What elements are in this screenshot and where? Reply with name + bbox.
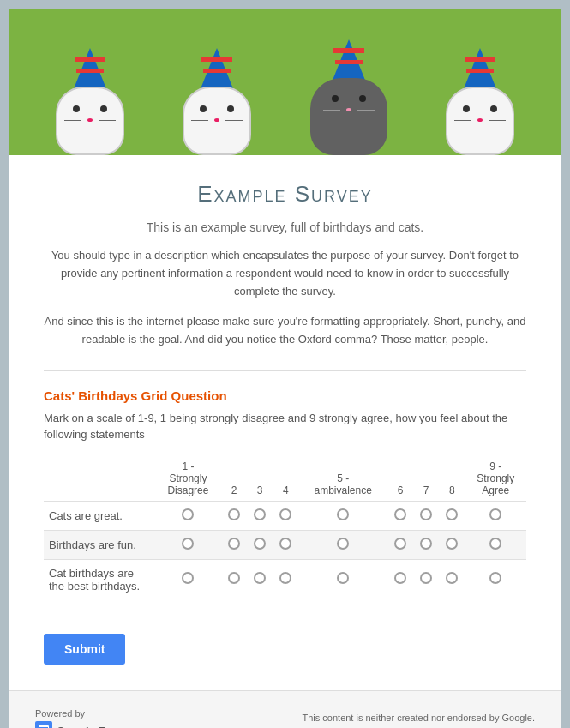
cat-eye-right-2 bbox=[227, 105, 234, 112]
cat-whisker-right-2 bbox=[225, 120, 243, 121]
radio-r1-c5[interactable] bbox=[394, 538, 406, 550]
radio-r2-c6[interactable] bbox=[420, 572, 432, 584]
radio-r1-c2[interactable] bbox=[254, 538, 266, 550]
radio-r2-c4[interactable] bbox=[337, 572, 349, 584]
column-header-7: 7 bbox=[413, 456, 439, 502]
cats-container bbox=[9, 9, 561, 155]
radio-cell-r2-c1[interactable] bbox=[221, 559, 247, 599]
radio-cell-r2-c5[interactable] bbox=[387, 559, 413, 599]
column-header-8: 8 bbox=[439, 456, 465, 502]
footer: Powered by Google Forms This content is … bbox=[9, 690, 561, 728]
radio-cell-r2-c0[interactable] bbox=[155, 559, 221, 599]
question-title: Cats' Birthdays Grid Question bbox=[44, 388, 526, 403]
cat-whisker-left-1 bbox=[64, 120, 81, 121]
radio-cell-r1-c4[interactable] bbox=[298, 530, 387, 559]
radio-cell-r1-c8[interactable] bbox=[465, 530, 526, 559]
forms-icon bbox=[35, 721, 52, 728]
cat-4 bbox=[446, 48, 514, 155]
radio-r2-c1[interactable] bbox=[228, 572, 240, 584]
cat-face-1 bbox=[64, 101, 116, 144]
cat-hat-3 bbox=[332, 39, 366, 82]
radio-cell-r0-c5[interactable] bbox=[387, 501, 413, 530]
radio-r2-c0[interactable] bbox=[182, 572, 194, 584]
radio-cell-r2-c4[interactable] bbox=[298, 559, 387, 599]
radio-r1-c8[interactable] bbox=[489, 538, 501, 550]
question-section: Cats' Birthdays Grid Question Mark on a … bbox=[44, 388, 526, 599]
radio-r0-c1[interactable] bbox=[228, 508, 240, 520]
radio-r0-c0[interactable] bbox=[182, 508, 194, 520]
radio-r0-c3[interactable] bbox=[279, 508, 291, 520]
radio-cell-r2-c2[interactable] bbox=[247, 559, 273, 599]
cat-eye-left-3 bbox=[332, 95, 339, 102]
radio-cell-r1-c5[interactable] bbox=[387, 530, 413, 559]
cat-eye-right-4 bbox=[490, 105, 497, 112]
radio-cell-r1-c2[interactable] bbox=[247, 530, 273, 559]
radio-cell-r0-c3[interactable] bbox=[273, 501, 298, 530]
cat-body-1 bbox=[56, 87, 124, 155]
radio-r1-c3[interactable] bbox=[279, 538, 291, 550]
cat-whisker-right-1 bbox=[99, 120, 116, 121]
radio-cell-r1-c7[interactable] bbox=[439, 530, 465, 559]
cat-face-3 bbox=[323, 91, 375, 134]
radio-r2-c2[interactable] bbox=[254, 572, 266, 584]
radio-cell-r2-c8[interactable] bbox=[465, 559, 526, 599]
radio-cell-r1-c1[interactable] bbox=[221, 530, 247, 559]
google-forms-logo: Google Forms bbox=[35, 721, 132, 728]
cat-hat-1 bbox=[73, 48, 107, 91]
radio-r0-c7[interactable] bbox=[446, 508, 458, 520]
cat-whisker-left-4 bbox=[454, 120, 471, 121]
cat-body-3 bbox=[310, 78, 387, 155]
grid-table: 1 -StronglyDisagree 2 3 4 5 -ambivalence… bbox=[44, 456, 526, 599]
radio-cell-r2-c7[interactable] bbox=[439, 559, 465, 599]
radio-cell-r1-c0[interactable] bbox=[155, 530, 221, 559]
radio-cell-r0-c7[interactable] bbox=[439, 501, 465, 530]
radio-cell-r2-c6[interactable] bbox=[413, 559, 439, 599]
radio-cell-r0-c4[interactable] bbox=[298, 501, 387, 530]
cat-eye-right-1 bbox=[100, 105, 107, 112]
radio-cell-r1-c3[interactable] bbox=[273, 530, 298, 559]
radio-r2-c7[interactable] bbox=[446, 572, 458, 584]
radio-r0-c6[interactable] bbox=[420, 508, 432, 520]
radio-cell-r0-c2[interactable] bbox=[247, 501, 273, 530]
radio-r1-c4[interactable] bbox=[337, 538, 349, 550]
column-header-2: 2 bbox=[221, 456, 247, 502]
column-header-5: 5 -ambivalence bbox=[298, 456, 387, 502]
row-label-0: Cats are great. bbox=[44, 501, 155, 530]
radio-r0-c5[interactable] bbox=[394, 508, 406, 520]
radio-cell-r1-c6[interactable] bbox=[413, 530, 439, 559]
cat-hat-2 bbox=[200, 48, 234, 91]
row-label-1: Birthdays are fun. bbox=[44, 530, 155, 559]
section-divider bbox=[44, 370, 526, 371]
column-header-9: 9 -StronglyAgree bbox=[465, 456, 526, 502]
radio-cell-r2-c3[interactable] bbox=[273, 559, 298, 599]
radio-r2-c3[interactable] bbox=[279, 572, 291, 584]
radio-cell-r0-c8[interactable] bbox=[465, 501, 526, 530]
radio-cell-r0-c0[interactable] bbox=[155, 501, 221, 530]
radio-r0-c2[interactable] bbox=[254, 508, 266, 520]
powered-by: Powered by Google Forms bbox=[35, 708, 132, 728]
survey-title: Example Survey bbox=[44, 181, 526, 208]
radio-cell-r0-c1[interactable] bbox=[221, 501, 247, 530]
radio-r0-c8[interactable] bbox=[489, 508, 501, 520]
cat-nose-4 bbox=[477, 118, 483, 122]
radio-r2-c5[interactable] bbox=[394, 572, 406, 584]
radio-r1-c6[interactable] bbox=[420, 538, 432, 550]
radio-r0-c4[interactable] bbox=[337, 508, 349, 520]
radio-r1-c1[interactable] bbox=[228, 538, 240, 550]
radio-r1-c0[interactable] bbox=[182, 538, 194, 550]
google-forms-text: Google Forms bbox=[57, 725, 132, 728]
survey-description-1: You should type in a description which e… bbox=[44, 247, 526, 300]
column-header-empty bbox=[44, 456, 155, 502]
radio-r1-c7[interactable] bbox=[446, 538, 458, 550]
cat-nose-1 bbox=[87, 118, 93, 122]
cat-2 bbox=[183, 48, 251, 155]
survey-description-2: And since this is the internet please ma… bbox=[44, 313, 526, 349]
radio-r2-c8[interactable] bbox=[489, 572, 501, 584]
question-subtitle: Mark on a scale of 1-9, 1 being strongly… bbox=[44, 410, 526, 443]
submit-button[interactable]: Submit bbox=[44, 634, 125, 665]
survey-subtitle: This is an example survey, full of birth… bbox=[44, 220, 526, 234]
cat-whisker-right-4 bbox=[489, 120, 506, 121]
footer-disclaimer: This content is neither created nor endo… bbox=[303, 713, 536, 723]
radio-cell-r0-c6[interactable] bbox=[413, 501, 439, 530]
cat-face-2 bbox=[191, 101, 243, 144]
